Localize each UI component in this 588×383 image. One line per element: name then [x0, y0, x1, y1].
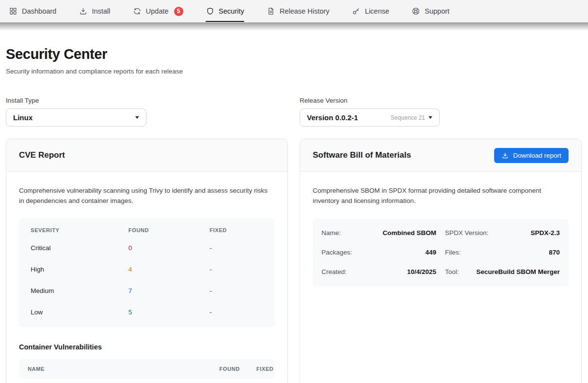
table-row: High 4 - [19, 259, 275, 280]
page-subtitle: Security information and compliance repo… [6, 68, 582, 75]
sbom-card: Software Bill of Materials Download repo… [300, 139, 582, 383]
detail-value: SPDX-2.3 [531, 229, 560, 237]
dashboard-grid-icon [9, 7, 18, 16]
sbom-detail-created: Created: 10/4/2025 [321, 262, 436, 282]
nav-item-label: Release History [280, 7, 329, 15]
page-title: Security Center [6, 46, 582, 62]
cve-report-title: CVE Report [19, 150, 65, 160]
top-navigation: Dashboard Install Update 5 Security Rele… [0, 0, 588, 22]
table-row: Medium 7 - [19, 280, 275, 302]
sbom-detail-name: Name: Combined SBOM [321, 223, 436, 243]
sbom-detail-files: Files: 870 [445, 243, 560, 262]
nav-item-label: Dashboard [22, 7, 56, 15]
release-version-label: Release Version [300, 97, 582, 104]
sbom-detail-spdx-version: SPDX Version: SPDX-2.3 [445, 223, 560, 243]
chevron-down-icon [428, 116, 432, 119]
table-row: Critical 0 - [19, 237, 275, 259]
nav-item-label: Support [425, 7, 449, 15]
detail-value: 10/4/2025 [407, 268, 436, 275]
sbom-title: Software Bill of Materials [313, 150, 411, 160]
container-vulnerabilities-header: NAME FOUND FIXED [19, 359, 275, 379]
install-type-select[interactable]: Linux [6, 109, 146, 127]
severity-name: Low [31, 309, 128, 316]
cve-report-header: CVE Report [6, 139, 287, 172]
nav-item-license[interactable]: License [352, 6, 389, 17]
severity-table-header: SEVERITY FOUND FIXED [19, 218, 275, 237]
key-icon [352, 7, 360, 16]
nav-item-label: Install [92, 7, 110, 15]
detail-value: SecureBuild SBOM Merger [476, 268, 560, 275]
severity-found-value: 7 [128, 287, 210, 294]
nav-item-update[interactable]: Update 5 [133, 6, 183, 17]
report-cards: CVE Report Comprehensive vulnerability s… [6, 139, 582, 383]
nav-item-label: License [365, 7, 389, 15]
detail-label: SPDX Version: [445, 229, 488, 237]
container-vulnerabilities-section: Container Vulnerabilities NAME FOUND FIX… [19, 343, 275, 379]
found-column-header: FOUND [128, 227, 210, 233]
life-buoy-icon [411, 7, 420, 16]
detail-label: Name: [321, 229, 341, 237]
chevron-down-icon [135, 116, 139, 119]
download-report-button[interactable]: Download report [494, 148, 569, 163]
detail-label: Tool: [445, 268, 459, 275]
detail-value: 870 [549, 249, 560, 256]
severity-table: SEVERITY FOUND FIXED Critical 0 - High 4… [19, 218, 275, 327]
detail-value: Combined SBOM [383, 229, 436, 237]
severity-fixed-value: - [210, 244, 263, 252]
fixed-column-header: FIXED [210, 227, 263, 233]
filters-row: Install Type Linux Release Version Versi… [6, 97, 582, 127]
update-count-badge: 5 [174, 7, 183, 16]
install-type-filter: Install Type Linux [6, 97, 288, 127]
container-vulnerabilities-title: Container Vulnerabilities [19, 343, 275, 351]
nav-item-label: Security [219, 7, 244, 15]
nav-shadow-divider [0, 22, 588, 31]
severity-name: High [31, 266, 128, 273]
detail-label: Files: [445, 249, 461, 256]
download-icon [79, 7, 88, 16]
nav-item-label: Update [146, 7, 169, 15]
cve-report-card: CVE Report Comprehensive vulnerability s… [6, 139, 288, 383]
cve-report-description: Comprehensive vulnerability scanning usi… [19, 185, 273, 206]
shield-icon [206, 7, 214, 16]
install-type-value: Linux [13, 113, 33, 122]
found-column-header: FOUND [219, 366, 256, 372]
release-version-value: Version 0.0.2-1 [307, 113, 358, 122]
severity-found-value: 0 [128, 244, 210, 252]
security-center-page: Security Center Security information and… [0, 46, 588, 383]
document-icon [267, 7, 275, 16]
severity-fixed-value: - [210, 287, 263, 294]
detail-label: Packages: [321, 249, 352, 256]
nav-item-security[interactable]: Security [206, 6, 244, 17]
sbom-description: Comprehensive SBOM in SPDX format provid… [313, 185, 567, 206]
detail-value: 449 [425, 249, 436, 256]
sbom-body: Comprehensive SBOM in SPDX format provid… [300, 172, 581, 300]
nav-item-install[interactable]: Install [79, 6, 110, 17]
detail-label: Created: [321, 268, 347, 275]
refresh-icon [133, 7, 142, 16]
download-report-label: Download report [513, 152, 561, 159]
severity-fixed-value: - [210, 309, 263, 316]
severity-name: Critical [31, 244, 128, 252]
release-version-filter: Release Version Version 0.0.2-1 Sequence… [300, 97, 582, 127]
sbom-details-grid: Name: Combined SBOM SPDX Version: SPDX-2… [313, 219, 569, 286]
nav-item-release-history[interactable]: Release History [267, 6, 329, 17]
fixed-column-header: FIXED [256, 366, 273, 372]
sbom-detail-packages: Packages: 449 [321, 243, 436, 262]
table-row: Low 5 - [19, 302, 275, 323]
severity-found-value: 5 [128, 309, 210, 316]
sbom-detail-tool: Tool: SecureBuild SBOM Merger [445, 262, 560, 282]
install-type-label: Install Type [6, 97, 288, 104]
nav-item-dashboard[interactable]: Dashboard [9, 6, 56, 17]
release-version-select[interactable]: Version 0.0.2-1 Sequence 21 [300, 109, 440, 127]
sbom-header: Software Bill of Materials Download repo… [300, 139, 581, 172]
release-sequence-label: Sequence 21 [391, 114, 425, 121]
severity-fixed-value: - [210, 266, 263, 273]
severity-found-value: 4 [128, 266, 210, 273]
download-icon [501, 152, 509, 159]
name-column-header: NAME [28, 366, 219, 372]
severity-column-header: SEVERITY [31, 227, 128, 233]
nav-item-support[interactable]: Support [411, 6, 449, 17]
cve-report-body: Comprehensive vulnerability scanning usi… [6, 172, 287, 383]
severity-name: Medium [31, 287, 128, 294]
